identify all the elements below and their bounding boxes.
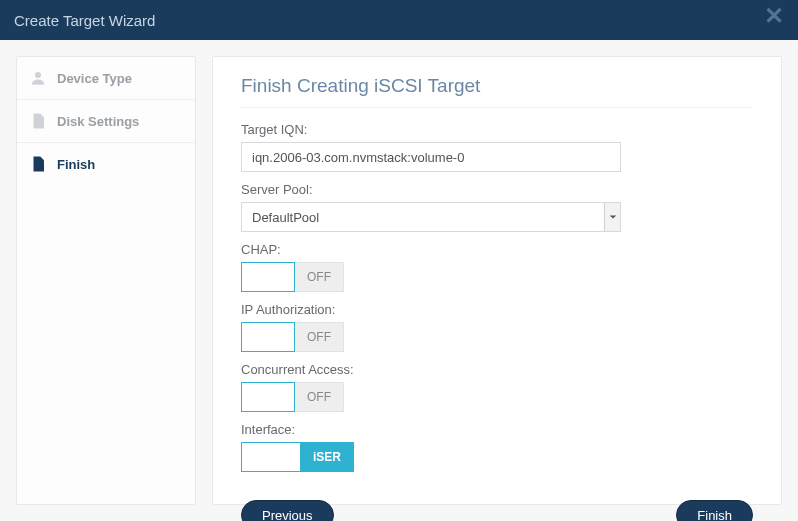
panel-title: Finish Creating iSCSI Target	[241, 75, 753, 108]
panel-footer: Previous Finish	[241, 482, 753, 521]
svg-rect-3	[35, 161, 43, 163]
user-icon	[29, 69, 47, 87]
chap-label: CHAP:	[241, 242, 753, 257]
sidebar-item-device-type[interactable]: Device Type	[17, 57, 195, 100]
interface-group: Interface: iSER	[241, 422, 753, 472]
ip-auth-group: IP Authorization: OFF	[241, 302, 753, 352]
toggle-state-label: OFF	[295, 322, 344, 352]
server-pool-group: Server Pool: DefaultPool	[241, 182, 753, 232]
interface-label: Interface:	[241, 422, 753, 437]
sidebar-item-label: Device Type	[57, 71, 132, 86]
ip-auth-toggle[interactable]: OFF	[241, 322, 753, 352]
sidebar-item-label: Disk Settings	[57, 114, 139, 129]
previous-button[interactable]: Previous	[241, 500, 334, 521]
toggle-handle	[241, 442, 301, 472]
toggle-state-label: iSER	[301, 442, 354, 472]
sidebar: Device Type Disk Settings Finish	[16, 56, 196, 505]
file-text-icon	[29, 155, 47, 173]
wizard-header: Create Target Wizard ✕	[0, 0, 798, 40]
svg-rect-1	[35, 120, 43, 122]
concurrent-group: Concurrent Access: OFF	[241, 362, 753, 412]
close-icon[interactable]: ✕	[764, 4, 784, 28]
chevron-down-icon	[604, 203, 620, 231]
target-iqn-label: Target IQN:	[241, 122, 753, 137]
ip-auth-label: IP Authorization:	[241, 302, 753, 317]
svg-rect-2	[35, 123, 43, 125]
concurrent-label: Concurrent Access:	[241, 362, 753, 377]
toggle-handle	[241, 262, 295, 292]
toggle-state-label: OFF	[295, 262, 344, 292]
server-pool-label: Server Pool:	[241, 182, 753, 197]
chap-group: CHAP: OFF	[241, 242, 753, 292]
toggle-handle	[241, 322, 295, 352]
server-pool-value: DefaultPool	[242, 210, 604, 225]
wizard-title: Create Target Wizard	[14, 12, 155, 29]
svg-rect-4	[35, 164, 43, 166]
sidebar-item-label: Finish	[57, 157, 95, 172]
toggle-state-label: OFF	[295, 382, 344, 412]
toggle-handle	[241, 382, 295, 412]
wizard-panel: Finish Creating iSCSI Target Target IQN:…	[212, 56, 782, 505]
concurrent-toggle[interactable]: OFF	[241, 382, 753, 412]
sidebar-item-disk-settings[interactable]: Disk Settings	[17, 100, 195, 143]
svg-rect-5	[35, 167, 40, 169]
file-icon	[29, 112, 47, 130]
sidebar-item-finish[interactable]: Finish	[17, 143, 195, 185]
target-iqn-input[interactable]	[241, 142, 621, 172]
target-iqn-group: Target IQN:	[241, 122, 753, 172]
server-pool-select[interactable]: DefaultPool	[241, 202, 621, 232]
chap-toggle[interactable]: OFF	[241, 262, 753, 292]
svg-point-0	[35, 72, 41, 78]
finish-button[interactable]: Finish	[676, 500, 753, 521]
interface-toggle[interactable]: iSER	[241, 442, 753, 472]
wizard-body: Device Type Disk Settings Finish Finish …	[0, 40, 798, 521]
